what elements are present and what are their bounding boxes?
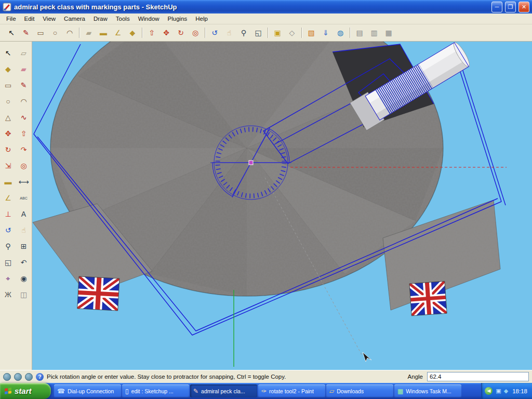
angle-value-box[interactable]: 62.4 — [427, 372, 529, 381]
tool-zoom-window[interactable]: ⊞ — [17, 239, 31, 254]
tool-walk[interactable]: Ж — [1, 287, 16, 302]
close-button[interactable]: ✕ — [518, 2, 529, 12]
tool-arc[interactable]: ◠ — [62, 25, 77, 40]
tool-text[interactable]: ABC — [17, 191, 31, 205]
tool-push-pull[interactable]: ⇧ — [144, 25, 159, 40]
titlebar[interactable]: admiral peck class with markings parts -… — [0, 0, 532, 14]
tool-3d-text[interactable]: A — [17, 207, 31, 221]
tool-scale[interactable]: ⇲ — [1, 158, 16, 173]
tool-icon: ⌖ — [6, 275, 10, 282]
maximize-button[interactable]: ❐ — [505, 2, 516, 12]
tool-orbit[interactable]: ↺ — [207, 25, 222, 40]
tool-position-camera[interactable]: ⌖ — [1, 271, 16, 286]
tool-paint-bucket[interactable]: ◆ — [1, 62, 16, 76]
tool-section-plane[interactable]: ◫ — [17, 287, 31, 302]
tool-line[interactable]: ✎ — [19, 25, 33, 40]
menu-tools[interactable]: Tools — [112, 14, 134, 23]
status-icon-2[interactable] — [14, 373, 22, 381]
hide-icons-chevron-icon[interactable]: ◀ — [485, 387, 493, 395]
tool-section-cuts[interactable]: ▥ — [367, 25, 381, 40]
tool-icon: ◉ — [20, 275, 26, 282]
tool-google-earth[interactable]: ◍ — [333, 25, 348, 40]
tool-sep2 — [140, 26, 144, 39]
task-paint[interactable]: ✑ rotate tool2 - Paint — [258, 384, 325, 397]
rotation-center-point[interactable] — [249, 161, 253, 165]
right-flag[interactable] — [409, 281, 447, 316]
tool-sep3 — [203, 26, 207, 39]
tool-make-component[interactable]: ▱ — [17, 46, 31, 60]
menu-plugins[interactable]: Plugins — [164, 14, 192, 23]
tool-icon: ✎ — [23, 29, 29, 36]
tool-icon: ✥ — [163, 29, 169, 36]
tray-tray-icon-2[interactable]: ◆ — [504, 388, 508, 394]
menu-camera[interactable]: Camera — [60, 14, 89, 23]
tool-section-plane[interactable]: ▤ — [352, 25, 367, 40]
tool-get-models[interactable]: ⇓ — [318, 25, 333, 40]
tool-move[interactable]: ✥ — [1, 126, 16, 141]
menu-help[interactable]: Help — [191, 14, 212, 23]
tool-tape-measure[interactable]: ▬ — [1, 175, 16, 189]
viewport[interactable] — [32, 42, 532, 370]
tool-eraser[interactable]: ▰ — [17, 62, 31, 76]
tool-line[interactable]: ✎ — [17, 78, 31, 92]
menu-draw[interactable]: Draw — [89, 14, 112, 23]
tool-polygon[interactable]: △ — [1, 110, 16, 125]
tool-rotate[interactable]: ↻ — [174, 25, 188, 40]
status-icon-1[interactable] — [3, 373, 11, 381]
menu-window[interactable]: Window — [134, 14, 164, 23]
task-task-manager[interactable]: ▦ Windows Task M... — [394, 384, 461, 397]
task-dialup[interactable]: ☎ Dial-up Connection — [54, 384, 121, 397]
tool-select[interactable]: ↖ — [1, 46, 16, 60]
tool-zoom-extents[interactable]: ◱ — [251, 25, 265, 40]
tool-toggle-terrain[interactable]: ◇ — [285, 25, 299, 40]
tool-zoom[interactable]: ⚲ — [236, 25, 251, 40]
tool-axes[interactable]: ⊥ — [1, 207, 16, 221]
tool-freehand[interactable]: ∿ — [17, 110, 31, 125]
tool-offset[interactable]: ◎ — [17, 158, 31, 173]
tool-get-current-view[interactable]: ▣ — [270, 25, 285, 40]
tool-rectangle[interactable]: ▭ — [1, 78, 16, 92]
minimize-button[interactable]: ─ — [491, 2, 502, 12]
tool-offset[interactable]: ◎ — [188, 25, 203, 40]
tray-tray-icon-1[interactable]: ▣ — [496, 388, 501, 394]
task-edit-sketchup[interactable]: ▯ edit : Sketchup ... — [122, 384, 189, 397]
tool-look-around[interactable]: ◉ — [17, 271, 31, 286]
menu-file[interactable]: File — [2, 14, 20, 23]
tool-follow-me[interactable]: ↷ — [17, 142, 31, 157]
tool-previous-view[interactable]: ↶ — [17, 255, 31, 270]
tool-push-pull[interactable]: ⇧ — [17, 126, 31, 141]
tool-paint-bucket[interactable]: ◆ — [125, 25, 140, 40]
tool-protractor[interactable]: ∠ — [111, 25, 125, 40]
left-flag[interactable] — [77, 276, 119, 311]
tool-circle[interactable]: ○ — [48, 25, 62, 40]
menu-view[interactable]: View — [38, 14, 60, 23]
tool-add-location[interactable]: ▧ — [304, 25, 318, 40]
help-icon[interactable]: ? — [36, 373, 44, 381]
tool-icon: ◆ — [5, 65, 11, 73]
tool-move[interactable]: ✥ — [159, 25, 174, 40]
tool-dimension[interactable]: ⟷ — [17, 175, 31, 189]
tool-circle[interactable]: ○ — [1, 94, 16, 109]
tool-rectangle[interactable]: ▭ — [33, 25, 48, 40]
tool-eraser[interactable]: ▰ — [82, 25, 96, 40]
task-label: Downloads — [337, 388, 364, 394]
start-button[interactable]: start — [0, 383, 51, 399]
tool-orbit[interactable]: ↺ — [1, 223, 16, 237]
tool-tape-measure[interactable]: ▬ — [96, 25, 111, 40]
tool-zoom-extents[interactable]: ◱ — [1, 255, 16, 270]
tool-section-display[interactable]: ▦ — [381, 25, 396, 40]
tool-rotate[interactable]: ↻ — [1, 142, 16, 157]
tool-pan[interactable]: ☝ — [222, 25, 236, 40]
tool-icon: ▭ — [37, 29, 44, 36]
task-downloads[interactable]: ▱ Downloads — [326, 384, 393, 397]
tool-zoom[interactable]: ⚲ — [1, 239, 16, 254]
task-admiral-sketchup[interactable]: ✎ admiral peck cla... — [190, 384, 257, 397]
tool-arc[interactable]: ◠ — [17, 94, 31, 109]
menu-edit[interactable]: Edit — [20, 14, 39, 23]
tool-select[interactable]: ↖ — [4, 25, 19, 40]
status-icon-3[interactable] — [25, 373, 33, 381]
tool-protractor[interactable]: ∠ — [1, 191, 16, 205]
tool-pan[interactable]: ☝ — [17, 223, 31, 237]
model-canvas[interactable] — [32, 42, 532, 370]
tool-icon: ⇲ — [5, 162, 11, 169]
